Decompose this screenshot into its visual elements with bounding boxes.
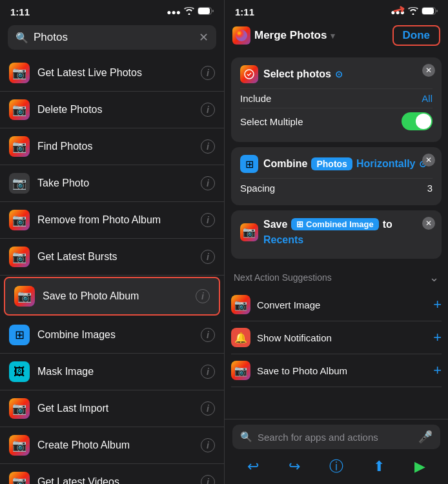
- save-icon: 📷: [240, 223, 258, 241]
- card-close-combine-button[interactable]: ✕: [422, 154, 435, 166]
- info-icon[interactable]: i: [201, 365, 215, 379]
- card-close-save-button[interactable]: ✕: [422, 217, 435, 230]
- items-list: 📷 Get Latest Live Photos i 📷 Delete Phot…: [0, 55, 224, 484]
- undo-button[interactable]: ↩: [247, 458, 259, 475]
- shortcut-title: Merge Photos ▾: [232, 26, 335, 45]
- shortcut-name: Merge Photos: [254, 29, 327, 42]
- info-icon[interactable]: i: [201, 438, 215, 452]
- card-row-include: Include All: [240, 88, 433, 108]
- clear-icon[interactable]: ✕: [199, 30, 209, 45]
- list-item-get-latest-bursts[interactable]: 📷 Get Latest Bursts i: [0, 239, 224, 276]
- item-label: Get Latest Bursts: [37, 251, 201, 263]
- list-item-save-to-photo-album[interactable]: 📷 Save to Photo Album i ↑: [4, 277, 220, 316]
- item-icon-photos: 📷: [9, 247, 30, 267]
- info-icon[interactable]: i: [201, 139, 215, 154]
- item-label: Get Last Import: [37, 403, 201, 414]
- info-icon[interactable]: i: [201, 401, 215, 416]
- item-icon-photos: 📷: [9, 398, 30, 419]
- search-actions-input[interactable]: [258, 432, 413, 443]
- info-icon[interactable]: i: [201, 475, 215, 484]
- item-icon-photos: 📷: [9, 210, 30, 230]
- horizontally-label[interactable]: Horizontally: [356, 158, 416, 170]
- info-button[interactable]: ⓘ: [329, 457, 343, 476]
- item-label: Remove from Photo Album: [37, 214, 201, 226]
- main-content: Select photos ⊙ ✕ Include All Select Mul…: [225, 52, 448, 419]
- list-item-mask-image[interactable]: 🖼 Mask Image i: [0, 354, 224, 390]
- spacing-value: 3: [427, 183, 433, 194]
- suggestions-chevron-icon[interactable]: ⌄: [429, 270, 439, 285]
- card-close-button[interactable]: ✕: [422, 64, 435, 77]
- suggestion-left-save: 📷 Save to Photo Album: [231, 361, 347, 380]
- item-label: Take Photo: [37, 177, 201, 189]
- info-icon[interactable]: i: [196, 289, 210, 303]
- add-convert-image-button[interactable]: +: [433, 296, 442, 313]
- info-icon[interactable]: i: [201, 328, 215, 342]
- select-multiple-toggle[interactable]: [402, 112, 433, 130]
- list-item-create-photo-album[interactable]: 📷 Create Photo Album i: [0, 427, 224, 464]
- list-item-get-last-import[interactable]: 📷 Get Last Import i: [0, 390, 224, 427]
- info-icon[interactable]: i: [201, 176, 215, 190]
- save-to-photo-album-suggestion-icon: 📷: [231, 361, 250, 380]
- battery-icon-right: [422, 7, 438, 17]
- status-bar-right: 1:11 ●●●: [225, 0, 448, 21]
- item-icon-photos: 📷: [9, 99, 30, 120]
- suggestion-save-to-photo-album[interactable]: 📷 Save to Photo Album +: [231, 354, 442, 387]
- item-icon-cyan: 🖼: [9, 361, 30, 382]
- show-notification-icon: 🔔: [231, 328, 250, 347]
- share-button[interactable]: ⬆: [373, 458, 385, 475]
- convert-image-icon: 📷: [231, 295, 250, 314]
- suggestion-show-notification[interactable]: 🔔 Show Notification +: [231, 321, 442, 354]
- microphone-icon[interactable]: 🎤: [418, 430, 433, 444]
- top-arrow-area: 1:11 ●●●: [225, 0, 448, 21]
- item-label: Save to Photo Album: [43, 290, 196, 302]
- bottom-toolbar: ↩ ↪ ⓘ ⬆ ▶: [232, 454, 440, 479]
- svg-rect-1: [198, 8, 210, 14]
- bottom-search-area: 🔍 🎤 ↩ ↪ ⓘ ⬆ ▶: [225, 419, 448, 484]
- add-show-notification-button[interactable]: +: [433, 329, 442, 346]
- include-value[interactable]: All: [422, 93, 433, 104]
- wifi-icon-right: [408, 7, 418, 17]
- show-notification-label: Show Notification: [257, 332, 332, 343]
- list-item-get-latest-live-photos[interactable]: 📷 Get Latest Live Photos i: [0, 55, 224, 92]
- list-item-get-latest-videos[interactable]: 📷 Get Latest Videos i: [0, 464, 224, 484]
- info-icon[interactable]: i: [201, 103, 215, 117]
- suggestion-left-convert: 📷 Convert Image: [231, 295, 320, 314]
- card-row-select-multiple: Select Multiple: [240, 108, 433, 134]
- select-photos-card: Select photos ⊙ ✕ Include All Select Mul…: [231, 57, 442, 142]
- suggestions-header: Next Action Suggestions ⌄: [231, 264, 442, 288]
- combined-image-pill[interactable]: ⊞ Combined Image: [291, 218, 378, 230]
- redo-button[interactable]: ↪: [289, 458, 300, 475]
- suggestion-left-notification: 🔔 Show Notification: [231, 328, 332, 347]
- right-panel: 1:11 ●●●: [224, 0, 448, 484]
- list-item-remove-from-photo-album[interactable]: 📷 Remove from Photo Album i: [0, 202, 224, 239]
- suggestions-section: Next Action Suggestions ⌄ 📷 Convert Imag…: [231, 264, 442, 387]
- list-item-combine-images[interactable]: ⊞ Combine Images i: [0, 317, 224, 354]
- list-item-find-photos[interactable]: 📷 Find Photos i: [0, 128, 224, 165]
- info-icon[interactable]: i: [201, 66, 215, 80]
- item-label: Get Latest Videos: [37, 476, 201, 484]
- play-button[interactable]: ▶: [414, 458, 425, 475]
- convert-image-label: Convert Image: [257, 299, 320, 310]
- photos-pill[interactable]: Photos: [311, 157, 352, 170]
- bottom-search-bar[interactable]: 🔍 🎤: [232, 425, 440, 449]
- info-icon[interactable]: i: [201, 213, 215, 227]
- search-bar[interactable]: 🔍 ✕: [8, 25, 216, 50]
- svg-rect-3: [422, 8, 434, 14]
- recents-label[interactable]: Recents: [263, 234, 303, 246]
- add-save-to-photo-album-button[interactable]: +: [433, 362, 442, 379]
- save-to-photo-album-suggestion-label: Save to Photo Album: [257, 365, 347, 376]
- suggestion-convert-image[interactable]: 📷 Convert Image +: [231, 288, 442, 321]
- item-label: Combine Images: [37, 329, 201, 341]
- header-right: Merge Photos ▾ Done: [225, 21, 448, 52]
- chevron-circle-icon[interactable]: ⊙: [335, 69, 343, 79]
- done-button[interactable]: Done: [392, 25, 441, 46]
- save-combined-title: Save ⊞ Combined Image to Recents: [263, 218, 433, 246]
- include-label: Include: [240, 93, 271, 104]
- info-icon[interactable]: i: [201, 250, 215, 264]
- list-item-take-photo[interactable]: 📷 Take Photo i: [0, 165, 224, 202]
- card-row-spacing: Spacing 3: [240, 178, 433, 197]
- search-input[interactable]: [34, 31, 194, 44]
- item-icon-photos: 📷: [9, 136, 30, 157]
- list-item-delete-photos[interactable]: 📷 Delete Photos i: [0, 92, 224, 128]
- signal-icon: ●●●: [167, 8, 181, 17]
